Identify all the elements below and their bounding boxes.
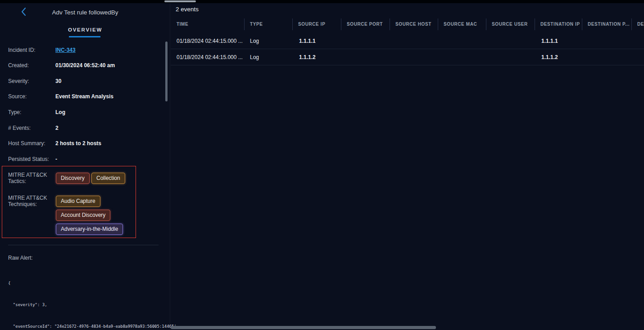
cell-type: Log [244,33,292,49]
num-events-label: # Events: [8,125,55,131]
top-scroll-strip [0,0,644,3]
tab-active-underline [69,36,100,37]
incident-title: Adv Test rule followedBy [0,9,170,16]
column-header-source-host[interactable]: SOURCE HOST [390,18,438,33]
cell-time: 01/18/2024 02:44:15.000 ... [171,49,244,65]
severity-label: Severity: [8,78,55,84]
created-label: Created: [8,62,55,69]
mitre-tactics-label: MITRE ATT&CK Tactics: [8,172,55,184]
incident-id-link[interactable]: INC-343 [55,47,76,53]
cell-source-host [390,49,438,65]
section-divider [8,245,159,245]
column-header-destination-port[interactable]: DESTINATION P... [582,18,631,33]
mitre-techniques-label: MITRE ATT&CK Techniques: [8,195,55,207]
cell-source-user [486,49,535,65]
host-summary-label: Host Summary: [8,140,55,147]
column-header-time[interactable]: TIME [171,18,244,33]
field-row-type: Type: Log [0,109,170,123]
cell-destination-ip: 1.1.1.2 [535,49,582,65]
raw-alert-label: Raw Alert: [8,255,33,261]
incident-id-label: Incident ID: [8,47,55,53]
field-row-incident-id: Incident ID: INC-343 [0,47,170,60]
raw-alert-json: { "severity": 3, "eventSourceId": "24e21… [8,265,176,330]
column-header-source-port[interactable]: SOURCE PORT [341,18,390,33]
events-horizontal-scrollbar-thumb[interactable] [171,326,436,329]
persisted-status-value: - [55,156,57,162]
field-row-created: Created: 01/30/2024 06:52:40 am [0,62,170,76]
column-header-source-user[interactable]: SOURCE USER [486,18,535,33]
cell-source-ip: 1.1.1.1 [292,33,341,49]
cell-source-host [390,33,438,49]
mitre-technique-badge-audio-capture[interactable]: Audio Capture [56,196,100,207]
host-summary-value: 2 hosts to 2 hosts [55,140,101,147]
column-header-type[interactable]: TYPE [244,18,292,33]
field-row-host-summary: Host Summary: 2 hosts to 2 hosts [0,140,170,154]
mitre-tactic-badge-discovery[interactable]: Discovery [56,173,90,184]
cell-destination-more [631,33,644,49]
column-header-destination-more[interactable]: DE [631,18,644,33]
mitre-tactic-badge-collection[interactable]: Collection [91,173,125,184]
cell-type: Log [244,49,292,65]
type-label: Type: [8,109,55,115]
cell-destination-port [582,49,631,65]
created-value: 01/30/2024 06:52:40 am [55,62,115,69]
source-label: Source: [8,93,55,100]
incident-overview-panel: Adv Test rule followedBy OVERVIEW Incide… [0,3,170,330]
cell-source-mac [438,33,486,49]
column-header-source-ip[interactable]: SOURCE IP [292,18,341,33]
cell-source-user [486,33,535,49]
cell-destination-ip: 1.1.1.1 [535,33,582,49]
field-row-source: Source: Event Stream Analysis [0,93,170,107]
field-row-severity: Severity: 30 [0,78,170,92]
num-events-value: 2 [55,125,59,131]
tab-overview[interactable]: OVERVIEW [0,27,170,32]
mitre-technique-badge-adversary-in-the-middle[interactable]: Adversary-in-the-Middle [56,224,123,235]
raw-alert-line: "severity": 3, [8,301,176,308]
cell-source-ip: 1.1.1.2 [292,49,341,65]
severity-value: 30 [55,78,61,84]
events-panel: 2 events TIME TYPE SOURCE IP SOURCE PORT… [171,3,644,330]
cell-source-mac [438,49,486,65]
events-table-header: TIME TYPE SOURCE IP SOURCE PORT SOURCE H… [171,18,644,33]
event-table-row[interactable]: 01/18/2024 02:44:15.000 ... Log 1.1.1.1 … [171,33,644,49]
cell-source-port [341,33,390,49]
cell-destination-port [582,33,631,49]
persisted-status-label: Persisted Status: [8,156,55,162]
cell-source-port [341,49,390,65]
cell-time: 01/18/2024 02:44:15.000 ... [171,33,244,49]
column-header-destination-ip[interactable]: DESTINATION IP [535,18,582,33]
event-table-row[interactable]: 01/18/2024 02:44:15.000 ... Log 1.1.1.2 … [171,49,644,65]
raw-alert-line: "eventSourceId": "24e21672-4976-4834-b4a… [8,323,176,330]
column-header-source-mac[interactable]: SOURCE MAC [438,18,486,33]
events-count: 2 events [176,6,199,13]
field-row-persisted-status: Persisted Status: - [0,156,170,170]
incident-detail-page: { "header": { "title": "Adv Test rule fo… [0,0,644,330]
field-row-num-events: # Events: 2 [0,125,170,138]
cell-destination-more [631,49,644,65]
source-value: Event Stream Analysis [55,93,113,100]
raw-alert-line: { [8,280,176,287]
mitre-technique-badge-account-discovery[interactable]: Account Discovery [56,210,110,221]
type-value: Log [55,109,65,115]
top-scrollbar-thumb[interactable] [164,0,196,2]
